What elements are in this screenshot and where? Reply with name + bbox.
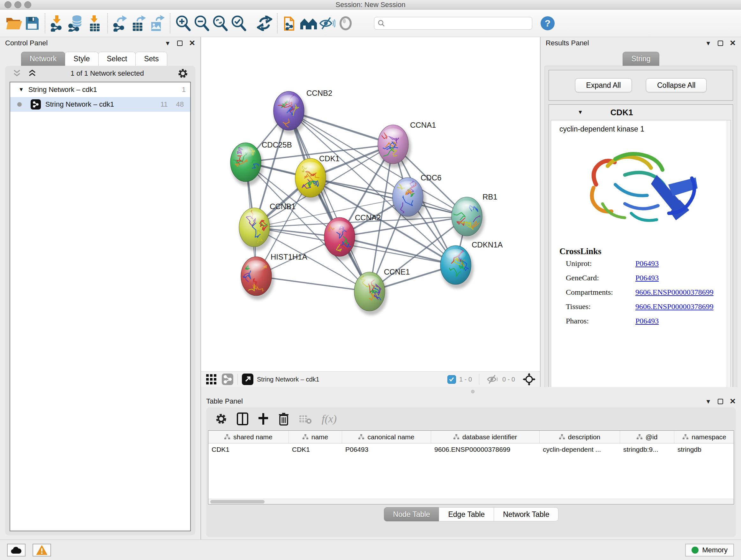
export-table-icon: [131, 15, 147, 32]
column-header-name[interactable]: name: [289, 431, 342, 443]
crosslink-link[interactable]: 9606.ENSP00000378699: [635, 302, 714, 311]
search-input[interactable]: [388, 19, 529, 27]
column-header-sharedname[interactable]: shared name: [208, 431, 289, 443]
collapse-all-icon[interactable]: [12, 69, 22, 78]
home-button[interactable]: [299, 13, 318, 34]
network-label: String Network – cdk1: [45, 100, 114, 109]
control-panel-close-icon[interactable]: ✕: [189, 39, 195, 47]
network-node-CDC25B[interactable]: [230, 143, 264, 186]
table-cell[interactable]: cyclin-dependent ...: [540, 443, 620, 455]
network-share-view-icon[interactable]: [221, 373, 233, 385]
delete-table-icon[interactable]: [299, 414, 312, 424]
zoom-in-button[interactable]: [174, 13, 192, 34]
selected-nodes-checkbox[interactable]: [448, 375, 456, 384]
network-node-RB1[interactable]: [452, 197, 485, 240]
tab-node-table[interactable]: Node Table: [384, 507, 440, 521]
open-session-button[interactable]: [4, 13, 23, 34]
table-panel-menu-icon[interactable]: ▼: [705, 398, 711, 405]
tab-edge-table[interactable]: Edge Table: [439, 507, 494, 521]
results-panel-menu-icon[interactable]: ▼: [705, 40, 711, 46]
crosslink-link[interactable]: P06493: [635, 317, 659, 325]
horizontal-splitter[interactable]: [201, 387, 741, 396]
table-horizontal-scrollbar[interactable]: [208, 499, 734, 504]
gene-accordion-header[interactable]: ▼ CDK1: [549, 105, 733, 120]
crosslink-link[interactable]: P06493: [635, 273, 659, 282]
tab-select[interactable]: Select: [98, 52, 136, 66]
show-columns-icon[interactable]: [237, 413, 248, 425]
open-in-new-window-icon[interactable]: [242, 373, 254, 385]
tab-style[interactable]: Style: [65, 52, 98, 66]
network-node-CCNE1[interactable]: [354, 272, 387, 315]
maximize-window-button[interactable]: [24, 1, 31, 8]
column-header-canonicalname[interactable]: canonical name: [342, 431, 431, 443]
hide-panels-button[interactable]: [318, 13, 336, 34]
zoom-selected-button[interactable]: [229, 13, 248, 34]
export-table-button[interactable]: [130, 13, 148, 34]
table-cell[interactable]: stringdb: [674, 443, 734, 455]
close-window-button[interactable]: [4, 1, 11, 8]
collection-expand-icon[interactable]: ▼: [18, 86, 24, 93]
network-edge-CCNB2-CCNE1[interactable]: [289, 111, 369, 292]
grid-view-icon[interactable]: [205, 374, 217, 385]
import-network-database-button[interactable]: [67, 13, 85, 34]
warnings-button[interactable]: [32, 544, 51, 557]
results-panel-close-icon[interactable]: ✕: [730, 39, 736, 47]
network-collection-row[interactable]: ▼ String Network – cdk1 1: [10, 82, 190, 97]
tab-network-table[interactable]: Network Table: [494, 507, 558, 521]
table-cell[interactable]: 9606.ENSP00000378699: [431, 443, 540, 455]
results-vertical-scrollbar[interactable]: [727, 120, 731, 392]
table-cell[interactable]: CDK1: [208, 443, 289, 455]
help-button[interactable]: ?: [541, 16, 555, 30]
table-panel-close-icon[interactable]: ✕: [730, 397, 736, 405]
column-header-databaseidentifier[interactable]: database identifier: [431, 431, 540, 443]
import-network-file-button[interactable]: [49, 13, 67, 34]
control-panel-menu-icon[interactable]: ▼: [165, 40, 171, 46]
export-network-button[interactable]: [111, 13, 130, 34]
column-header-id[interactable]: @id: [620, 431, 674, 443]
network-node-CCNA2[interactable]: [324, 217, 357, 260]
table-row[interactable]: CDK1CDK1P064939606.ENSP00000378699cyclin…: [208, 443, 734, 455]
memory-button[interactable]: Memory: [685, 544, 734, 557]
import-string-network-button[interactable]: [281, 13, 299, 34]
export-image-button[interactable]: [148, 13, 166, 34]
function-builder-button[interactable]: f(x): [322, 413, 337, 425]
results-panel-float-icon[interactable]: [718, 41, 723, 46]
network-node-CDC6[interactable]: [393, 178, 426, 221]
table-cell[interactable]: stringdb:9...: [620, 443, 674, 455]
tab-sets[interactable]: Sets: [135, 52, 167, 66]
tab-network[interactable]: Network: [21, 52, 65, 66]
crosslink-link[interactable]: 9606.ENSP00000378699: [635, 288, 714, 297]
add-column-icon[interactable]: [258, 413, 269, 425]
zoom-out-button[interactable]: [192, 13, 211, 34]
import-table-file-button[interactable]: [85, 13, 104, 34]
delete-column-icon[interactable]: [278, 412, 289, 426]
network-node-HIST1H1A[interactable]: [241, 257, 274, 300]
gene-expand-icon[interactable]: ▼: [578, 109, 583, 116]
refresh-button[interactable]: [255, 13, 274, 34]
splitter-knob[interactable]: [471, 390, 475, 393]
table-cell[interactable]: CDK1: [289, 443, 342, 455]
tab-string[interactable]: String: [623, 52, 659, 66]
column-header-description[interactable]: description: [540, 431, 620, 443]
network-options-gear-icon[interactable]: [178, 68, 188, 79]
column-header-namespace[interactable]: namespace: [674, 431, 734, 443]
table-options-gear-icon[interactable]: [215, 413, 227, 425]
expand-all-button[interactable]: Expand All: [575, 78, 632, 92]
birds-eye-view-icon[interactable]: [523, 373, 536, 386]
network-node-CDKN1A[interactable]: [441, 246, 474, 289]
zoom-fit-button[interactable]: [211, 13, 229, 34]
control-panel-float-icon[interactable]: [177, 41, 183, 46]
cloud-status-button[interactable]: [7, 544, 25, 557]
table-panel-float-icon[interactable]: [718, 399, 723, 404]
network-node-CDK1[interactable]: [295, 159, 328, 201]
save-session-button[interactable]: [23, 13, 42, 34]
lens-button[interactable]: [336, 13, 355, 34]
network-node-CCNB2[interactable]: [273, 88, 307, 134]
minimize-window-button[interactable]: [14, 1, 21, 8]
expand-all-icon[interactable]: [27, 69, 37, 78]
crosslink-link[interactable]: P06493: [635, 259, 659, 268]
network-canvas[interactable]: CCNB2CCNA1CDC25BCDK1CDC6RB1CCNB1CCNA2CDK…: [201, 37, 540, 371]
collapse-all-button[interactable]: Collapse All: [646, 78, 706, 92]
network-row-selected[interactable]: String Network – cdk1 11 48: [10, 97, 190, 112]
table-cell[interactable]: P06493: [342, 443, 431, 455]
